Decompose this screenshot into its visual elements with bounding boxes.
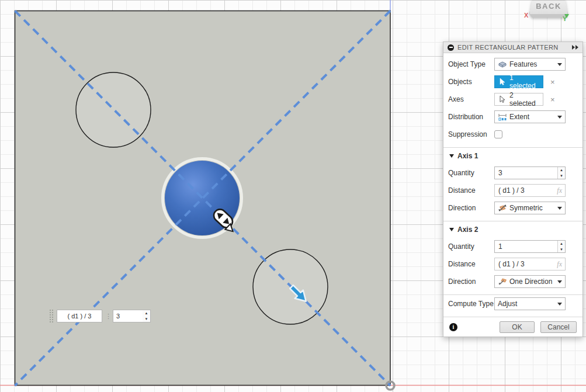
axis1-direction-label: Direction bbox=[448, 204, 494, 212]
axis1-distance-field: fx bbox=[494, 184, 566, 197]
symmetric-icon bbox=[498, 203, 507, 213]
info-icon[interactable]: i bbox=[449, 323, 457, 331]
dialog-header[interactable]: EDIT RECTANGULAR PATTERN bbox=[443, 42, 582, 53]
cursor-select-icon bbox=[498, 77, 507, 86]
axis1-direction-row: Direction Symmetric bbox=[443, 199, 582, 217]
axis2-quantity-spinner: ▲ ▼ bbox=[557, 241, 565, 252]
viewcube-x-axis-label: X bbox=[524, 12, 528, 19]
axis2-quantity-row: Quantity ▲ ▼ bbox=[443, 238, 582, 255]
one-direction-icon bbox=[498, 277, 507, 286]
fusion-360-pattern-edit-screen: { "viewcube": { "back_label": "BACK", "x… bbox=[0, 0, 586, 392]
axis2-section-header[interactable]: Axis 2 bbox=[443, 221, 582, 238]
axes-label: Axes bbox=[448, 95, 494, 103]
objects-row: Objects 1 selected × bbox=[443, 73, 582, 91]
axis1-quantity-row: Quantity ▲ ▼ bbox=[443, 164, 582, 182]
axis2-distance-field: fx bbox=[494, 258, 566, 270]
axis2-direction-label: Direction bbox=[448, 277, 494, 286]
axis2-distance-input[interactable] bbox=[495, 260, 565, 268]
inline-quantity-spinner: ▲ ▼ bbox=[143, 310, 150, 322]
axis1-quantity-spinner: ▲ ▼ bbox=[557, 167, 565, 179]
axis1-section-header[interactable]: Axis 1 bbox=[443, 148, 582, 164]
axis2-quantity-input[interactable] bbox=[495, 241, 557, 252]
axes-row: Axes 2 selected × bbox=[443, 91, 582, 108]
features-icon bbox=[498, 60, 507, 69]
dialog-title: EDIT RECTANGULAR PATTERN bbox=[457, 44, 572, 51]
axis1-direction-dropdown[interactable]: Symmetric bbox=[494, 202, 566, 214]
cursor-select-icon bbox=[498, 95, 507, 104]
object-type-dropdown[interactable]: Features bbox=[494, 58, 566, 71]
axis1-distance-row: Distance fx bbox=[443, 182, 582, 199]
object-type-value: Features bbox=[509, 60, 555, 68]
axis2-quantity-field: ▲ ▼ bbox=[494, 240, 566, 253]
viewcube-y-axis-arrow-icon bbox=[564, 14, 569, 18]
distribution-value: Extent bbox=[509, 113, 555, 121]
axis1-distance-input[interactable] bbox=[495, 186, 565, 195]
pattern-instance-circle-top-left[interactable] bbox=[76, 72, 151, 147]
objects-selection-button[interactable]: 1 selected bbox=[494, 75, 543, 88]
suppression-checkbox[interactable] bbox=[494, 130, 502, 138]
axis1-distance-label: Distance bbox=[448, 186, 494, 195]
axis2-distance-label: Distance bbox=[448, 260, 494, 268]
compute-type-value: Adjust bbox=[498, 300, 555, 308]
minus-circle-icon[interactable] bbox=[448, 44, 454, 51]
distribution-label: Distribution bbox=[448, 113, 494, 121]
collapse-triangle-icon bbox=[449, 228, 454, 231]
axes-clear-icon[interactable]: × bbox=[550, 95, 555, 104]
extent-icon bbox=[498, 112, 507, 122]
suppression-label: Suppression bbox=[448, 130, 494, 138]
collapse-triangle-icon bbox=[449, 154, 454, 158]
toolbar-grip-handle[interactable] bbox=[49, 309, 54, 323]
suppression-row: Suppression bbox=[443, 126, 582, 143]
caret-down-icon bbox=[557, 63, 562, 66]
axis2-header-label: Axis 2 bbox=[457, 226, 478, 234]
caret-down-icon bbox=[557, 116, 562, 119]
axis2-quantity-label: Quantity bbox=[448, 242, 494, 251]
objects-label: Objects bbox=[448, 78, 494, 86]
double-chevron-right-icon[interactable] bbox=[572, 45, 578, 50]
compute-type-row: Compute Type Adjust bbox=[443, 295, 582, 313]
distribution-row: Distribution Extent bbox=[443, 108, 582, 126]
axis2-direction-dropdown[interactable]: One Direction bbox=[494, 275, 566, 288]
object-type-row: Object Type Features bbox=[443, 55, 582, 73]
caret-down-icon bbox=[557, 280, 562, 283]
caret-down-icon bbox=[557, 303, 562, 306]
spinner-down-icon[interactable]: ▼ bbox=[143, 316, 150, 322]
ok-button[interactable]: OK bbox=[500, 321, 535, 333]
compute-type-dropdown[interactable]: Adjust bbox=[494, 297, 566, 310]
distribution-dropdown[interactable]: Extent bbox=[494, 110, 566, 123]
axis2-distance-row: Distance fx bbox=[443, 255, 582, 273]
axis1-header-label: Axis 1 bbox=[457, 152, 478, 160]
inline-quantity-field: ▲ ▼ bbox=[113, 310, 151, 322]
inline-distance-input[interactable] bbox=[57, 310, 102, 322]
spinner-down-icon[interactable]: ▼ bbox=[558, 173, 565, 179]
spinner-down-icon[interactable]: ▼ bbox=[558, 247, 565, 252]
objects-clear-icon[interactable]: × bbox=[550, 78, 555, 86]
in-canvas-value-toolbar: ⋮ ▲ ▼ bbox=[49, 308, 151, 324]
axis1-quantity-label: Quantity bbox=[448, 169, 494, 177]
axis1-quantity-field: ▲ ▼ bbox=[494, 166, 566, 179]
axes-selection-button[interactable]: 2 selected bbox=[494, 93, 543, 106]
spinner-up-icon[interactable]: ▲ bbox=[143, 310, 150, 316]
axis2-direction-row: Direction One Direction bbox=[443, 273, 582, 290]
spinner-up-icon[interactable]: ▲ bbox=[558, 167, 565, 173]
object-type-label: Object Type bbox=[448, 60, 494, 68]
cancel-button[interactable]: Cancel bbox=[540, 321, 577, 333]
objects-selected-count: 1 selected bbox=[509, 74, 540, 90]
axes-selected-count: 2 selected bbox=[509, 91, 540, 107]
viewcube-back-label: BACK bbox=[536, 2, 561, 11]
compute-type-label: Compute Type bbox=[448, 300, 494, 308]
axis1-quantity-input[interactable] bbox=[495, 167, 557, 179]
axis1-direction-value: Symmetric bbox=[509, 204, 555, 212]
caret-down-icon bbox=[557, 207, 562, 210]
toolbar-separator-dots-icon: ⋮ bbox=[105, 314, 110, 318]
axis2-direction-value: One Direction bbox=[509, 277, 555, 286]
dialog-footer: i OK Cancel bbox=[443, 317, 582, 337]
spinner-up-icon[interactable]: ▲ bbox=[558, 241, 565, 247]
edit-rectangular-pattern-dialog: EDIT RECTANGULAR PATTERN Object Type Fea… bbox=[443, 41, 583, 337]
inline-quantity-input[interactable] bbox=[113, 310, 143, 322]
